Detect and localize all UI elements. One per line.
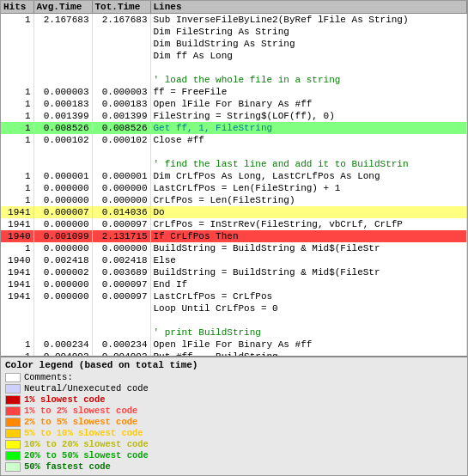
line-cell: Dim ff As Long xyxy=(150,50,467,62)
hits-cell: 1 xyxy=(1,98,33,110)
col-header-lines: Lines xyxy=(150,1,467,14)
avg-time-cell: 0.000000 xyxy=(33,218,92,230)
legend-label-20-50pct: 20% to 50% slowest code xyxy=(24,450,149,461)
line-cell: Dim BuildString As String xyxy=(150,38,467,50)
hits-cell: 1 xyxy=(1,182,33,194)
table-row: 10.0000030.000003 ff = FreeFile xyxy=(1,86,467,98)
line-cell: ' print BuildString xyxy=(150,326,467,339)
table-row: ' load the whole file in a string xyxy=(1,74,467,86)
line-cell: BuildString = BuildString & Mid$(FileStr xyxy=(150,266,467,278)
line-cell: Else xyxy=(150,254,467,266)
hits-cell xyxy=(1,38,33,50)
hits-cell xyxy=(1,326,33,339)
hits-cell: 1940 xyxy=(1,230,33,242)
avg-time-cell: 0.000000 xyxy=(33,194,92,206)
line-cell: Open lFile For Binary As #ff xyxy=(150,98,467,110)
line-cell: ' find the last line and add it to Build… xyxy=(150,158,467,170)
hits-cell: 1941 xyxy=(1,290,33,302)
line-cell: End If xyxy=(150,278,467,290)
legend-swatch-5-10pct xyxy=(5,429,21,438)
tot-time-cell: 0.000234 xyxy=(92,339,150,351)
hits-cell xyxy=(1,74,33,86)
tot-time-cell: 0.008526 xyxy=(92,122,150,134)
table-header-row: Hits Avg.Time Tot.Time Lines xyxy=(1,1,467,14)
tot-time-cell: 0.000003 xyxy=(92,86,150,98)
tot-time-cell xyxy=(92,326,150,339)
table-row: 19410.0000020.003689 BuildString = Build… xyxy=(1,266,467,278)
line-cell xyxy=(150,314,467,326)
table-row: 19410.0000070.014036 Do xyxy=(1,206,467,218)
avg-time-cell: 0.002418 xyxy=(33,254,92,266)
table-row: 10.0000000.000000 CrLfPos = Len(FileStri… xyxy=(1,194,467,206)
tot-time-cell: 0.000102 xyxy=(92,134,150,146)
legend-item-1-2pct: 1% to 2% slowest code xyxy=(5,406,463,416)
legend-swatch-fastest xyxy=(5,462,21,472)
table-row: Dim BuildString As String xyxy=(1,38,467,50)
avg-time-cell: 0.000000 xyxy=(33,278,92,290)
legend-swatch-20-50pct xyxy=(5,451,21,461)
hits-cell: 1941 xyxy=(1,266,33,278)
legend-swatch-1pct xyxy=(5,395,21,405)
hits-cell: 1940 xyxy=(1,254,33,266)
legend-label-1pct: 1% slowest code xyxy=(24,394,106,405)
tot-time-cell xyxy=(92,26,150,38)
hits-cell xyxy=(1,50,33,62)
legend-label-10-20pct: 10% to 20% slowest code xyxy=(24,439,149,449)
legend-item-neutral: Neutral/Unexecuted code xyxy=(5,383,463,394)
hits-cell: 1 xyxy=(1,242,33,254)
hits-cell xyxy=(1,26,33,38)
hits-cell xyxy=(1,314,33,326)
line-cell: BuildString = BuildString & Mid$(FileStr xyxy=(150,242,467,254)
hits-cell: 1 xyxy=(1,170,33,182)
col-header-hits: Hits xyxy=(1,1,33,14)
tot-time-cell: 0.014036 xyxy=(92,206,150,218)
legend-item-comments: Comments: xyxy=(5,372,463,382)
table-row: 10.0001830.000183 Open lFile For Binary … xyxy=(1,98,467,110)
hits-cell xyxy=(1,302,33,314)
col-header-avgtime: Avg.Time xyxy=(33,1,92,14)
avg-time-cell: 0.008526 xyxy=(33,122,92,134)
table-row: 10.0000000.000000 BuildString = BuildStr… xyxy=(1,242,467,254)
hits-cell xyxy=(1,62,33,74)
avg-time-cell xyxy=(33,38,92,50)
table-row: Dim ff As Long xyxy=(1,50,467,62)
legend-label-2-5pct: 2% to 5% slowest code xyxy=(24,417,137,427)
legend-label-fastest: 50% fastest code xyxy=(24,461,111,472)
avg-time-cell xyxy=(33,62,92,74)
table-row: 12.1676832.167683Sub InverseFileByLine2(… xyxy=(1,14,467,27)
legend-label-1-2pct: 1% to 2% slowest code xyxy=(24,406,137,416)
line-cell: FileString = String$(LOF(ff), 0) xyxy=(150,110,467,122)
line-cell: Sub InverseFileByLine2(ByRef lFile As St… xyxy=(150,14,467,27)
line-cell: If CrLfPos Then xyxy=(150,230,467,242)
tot-time-cell: 0.002418 xyxy=(92,254,150,266)
avg-time-cell xyxy=(33,26,92,38)
code-body: 12.1676832.167683Sub InverseFileByLine2(… xyxy=(1,14,467,357)
hits-cell: 1 xyxy=(1,194,33,206)
tot-time-cell: 0.000097 xyxy=(92,290,150,302)
line-cell: CrLfPos = InStrRev(FileString, vbCrLf, C… xyxy=(150,218,467,230)
avg-time-cell: 2.167683 xyxy=(33,14,92,27)
legend-swatch-comments xyxy=(5,373,21,382)
tot-time-cell xyxy=(92,314,150,326)
line-cell: Dim CrLfPos As Long, LastCrLfPos As Long xyxy=(150,170,467,182)
line-cell: Get ff, 1, FileString xyxy=(150,122,467,134)
legend-item-20-50pct: 20% to 50% slowest code xyxy=(5,450,463,461)
code-table-container: Hits Avg.Time Tot.Time Lines 12.1676832.… xyxy=(1,1,467,356)
main-container: Hits Avg.Time Tot.Time Lines 12.1676832.… xyxy=(0,0,468,476)
table-row: 19410.0000000.000097 End If xyxy=(1,278,467,290)
tot-time-cell: 0.000001 xyxy=(92,170,150,182)
table-row: Dim FileString As String xyxy=(1,26,467,38)
hits-cell: 1 xyxy=(1,14,33,27)
table-row: 10.0013990.001399 FileString = String$(L… xyxy=(1,110,467,122)
avg-time-cell: 0.000003 xyxy=(33,86,92,98)
avg-time-cell: 0.001399 xyxy=(33,110,92,122)
table-row: 19410.0000000.000097 CrLfPos = InStrRev(… xyxy=(1,218,467,230)
tot-time-cell: 0.003689 xyxy=(92,266,150,278)
line-cell: Loop Until CrLfPos = 0 xyxy=(150,302,467,314)
avg-time-cell: 0.000000 xyxy=(33,290,92,302)
tot-time-cell: 2.131715 xyxy=(92,230,150,242)
line-cell xyxy=(150,146,467,158)
tot-time-cell xyxy=(92,50,150,62)
table-row: 19410.0000000.000097 LastCrLfPos = CrLfP… xyxy=(1,290,467,302)
line-cell: ff = FreeFile xyxy=(150,86,467,98)
